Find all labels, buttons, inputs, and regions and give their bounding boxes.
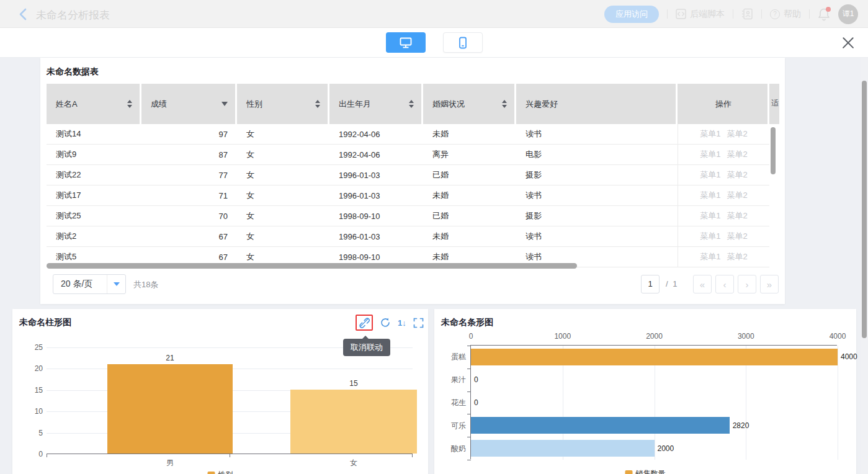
action-menu-link[interactable]: 菜单2 xyxy=(727,149,748,160)
column-chart-card: 未命名柱形图 1↓ 取消联动 xyxy=(12,309,428,474)
column-header[interactable]: 姓名A xyxy=(47,84,141,124)
bar-可乐[interactable] xyxy=(471,417,730,434)
table-cell: 1998-09-10 xyxy=(329,206,423,226)
page-size-value: 20 条/页 xyxy=(53,279,107,290)
y-axis-category-label: 花生 xyxy=(437,398,466,408)
desktop-view-toggle[interactable] xyxy=(386,32,426,53)
table-row[interactable]: 测试267女1996-01-03未婚读书菜单1菜单2 xyxy=(47,226,769,247)
phone-icon xyxy=(457,36,469,50)
page-size-select[interactable]: 20 条/页 xyxy=(53,274,126,294)
column-header[interactable]: 兴趣爱好 xyxy=(516,84,678,124)
column-bar-女[interactable]: 15 xyxy=(290,390,417,454)
page-number-input[interactable]: 1 xyxy=(641,275,660,293)
table-vertical-scrollbar[interactable] xyxy=(771,127,776,174)
table-row[interactable]: 测试1771女1996-01-03未婚读书菜单1菜单2 xyxy=(47,186,769,206)
double-chevron-left-icon: « xyxy=(700,279,705,290)
backend-script-button[interactable]: 后端脚本 xyxy=(676,9,725,20)
action-menu-link[interactable]: 菜单1 xyxy=(700,128,720,140)
table-cell: 未婚 xyxy=(423,186,516,205)
action-menu-link[interactable]: 菜单2 xyxy=(727,251,748,262)
user-avatar[interactable]: 谭1 xyxy=(838,4,858,24)
bar-chart-legend[interactable]: 销售数量 xyxy=(625,468,666,474)
contacts-icon[interactable] xyxy=(741,8,753,20)
notification-bell-icon[interactable] xyxy=(818,7,830,21)
sort-toggle-icon[interactable] xyxy=(502,100,507,108)
table-cell: 女 xyxy=(237,165,329,185)
bar-蛋糕[interactable] xyxy=(471,349,838,365)
help-button[interactable]: ? 帮助 xyxy=(770,9,801,20)
action-menu-link[interactable]: 菜单2 xyxy=(727,169,748,181)
table-cell: 未婚 xyxy=(423,124,516,144)
app-access-button[interactable]: 应用访问 xyxy=(604,6,659,23)
column-bar-男[interactable]: 21 xyxy=(107,364,233,454)
action-menu-link[interactable]: 菜单2 xyxy=(727,231,748,242)
action-menu-link[interactable]: 菜单2 xyxy=(727,190,748,201)
sort-toggle-icon[interactable] xyxy=(409,100,414,108)
page-scrollbar[interactable] xyxy=(861,58,868,474)
first-page-button[interactable]: « xyxy=(693,275,712,293)
y-axis-tick-label: 25 xyxy=(22,343,43,352)
y-axis-tick-label: 5 xyxy=(22,429,43,437)
page-scrollbar-thumb[interactable] xyxy=(862,81,867,338)
table-cell: 测试25 xyxy=(47,206,141,226)
next-page-button[interactable]: › xyxy=(738,275,756,293)
column-header[interactable]: 出生年月 xyxy=(329,84,423,124)
back-icon[interactable] xyxy=(19,8,27,20)
prev-page-button[interactable]: ‹ xyxy=(715,275,734,293)
last-page-button[interactable]: » xyxy=(760,275,779,293)
question-icon: ? xyxy=(770,9,780,19)
axis-tick xyxy=(467,414,471,414)
action-menu-link[interactable]: 菜单1 xyxy=(700,190,720,201)
table-row[interactable]: 测试2277女1996-01-03已婚摄影菜单1菜单2 xyxy=(47,165,769,186)
table-horizontal-scrollbar[interactable] xyxy=(47,263,577,269)
unlink-icon[interactable] xyxy=(356,315,373,331)
y-axis-category-label: 果汁 xyxy=(437,375,466,385)
table-cell: 70 xyxy=(141,206,237,226)
column-header[interactable]: 操作 xyxy=(678,84,769,124)
sort-desc-icon[interactable] xyxy=(221,102,228,106)
table-cell: 摄影 xyxy=(516,206,678,226)
column-chart-legend[interactable]: 性别 xyxy=(208,470,233,474)
action-menu-link[interactable]: 菜单1 xyxy=(700,231,720,242)
action-menu-link[interactable]: 菜单1 xyxy=(700,149,720,160)
table-row[interactable]: 测试987女1992-04-06离异电影菜单1菜单2 xyxy=(47,145,769,165)
action-menu-link[interactable]: 菜单1 xyxy=(700,169,720,181)
column-header[interactable]: 性别 xyxy=(237,84,329,124)
row-actions: 菜单1菜单2 xyxy=(678,186,769,205)
table-row[interactable]: 测试2570女1998-09-10已婚摄影菜单1菜单2 xyxy=(47,206,769,226)
table-cell: 测试22 xyxy=(47,165,141,185)
chevron-right-icon: › xyxy=(746,279,749,290)
refresh-icon[interactable] xyxy=(380,317,391,328)
table-cell: 1992-04-06 xyxy=(329,145,423,164)
action-menu-link[interactable]: 菜单2 xyxy=(727,210,748,221)
bar-chart-card: 未命名条形图 01000200030004000蛋糕4000果汁0花生0可乐28… xyxy=(434,309,856,474)
row-actions: 菜单1菜单2 xyxy=(678,226,769,246)
divider xyxy=(809,9,810,19)
table-cell: 电影 xyxy=(516,145,678,164)
topbar-actions: 应用访问 后端脚本 ? 帮助 xyxy=(604,0,858,28)
action-menu-link[interactable]: 菜单2 xyxy=(727,128,748,140)
sort-toggle-icon[interactable] xyxy=(127,100,132,108)
table-cell: 读书 xyxy=(516,186,678,205)
column-header[interactable]: 婚姻状况 xyxy=(423,84,516,124)
sort-value-icon[interactable]: 1↓ xyxy=(398,318,406,328)
row-actions: 菜单1菜单2 xyxy=(678,206,769,226)
x-axis-category-label: 女 xyxy=(290,458,417,468)
table-cell: 已婚 xyxy=(423,165,516,185)
fullscreen-icon[interactable] xyxy=(413,318,424,328)
bar-酸奶[interactable] xyxy=(471,440,655,457)
table-cell: 女 xyxy=(237,145,329,164)
column-header[interactable]: 成绩 xyxy=(141,84,237,124)
table-row[interactable]: 测试1497女1992-04-06未婚读书菜单1菜单2 xyxy=(47,124,769,145)
total-count-label: 共18条 xyxy=(133,279,158,290)
y-axis-tick-label: 20 xyxy=(22,364,43,373)
action-menu-link[interactable]: 菜单1 xyxy=(700,210,720,221)
bar-value-label: 0 xyxy=(474,398,478,407)
table-cell: 77 xyxy=(141,165,237,185)
close-icon[interactable] xyxy=(841,36,855,50)
sort-toggle-icon[interactable] xyxy=(315,100,320,108)
mobile-view-toggle[interactable] xyxy=(443,32,483,53)
table-cell: 离异 xyxy=(423,145,516,164)
action-menu-link[interactable]: 菜单1 xyxy=(700,251,720,262)
x-axis-tick-label: 4000 xyxy=(824,332,851,341)
